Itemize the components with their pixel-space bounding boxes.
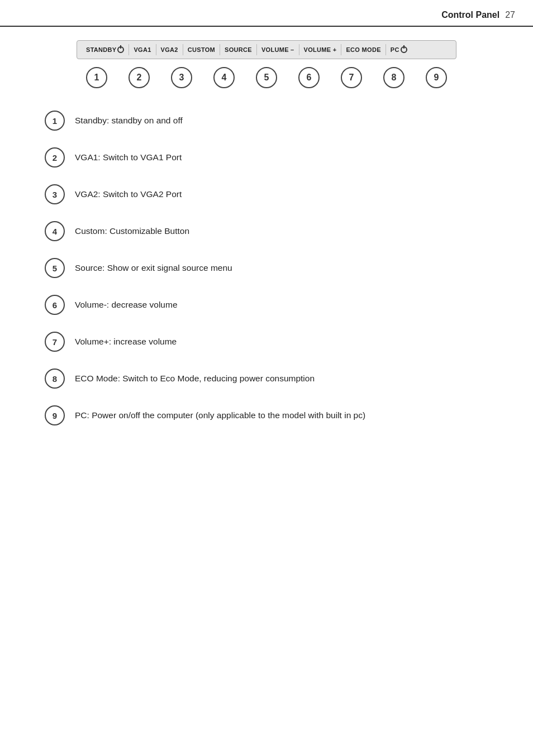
list-text-5: Source: Show or exit signal source menu (75, 262, 232, 274)
control-button-standby: STANDBY (82, 44, 129, 55)
list-circle-2: 2 (45, 147, 65, 168)
list-circle-1: 1 (45, 111, 65, 131)
control-button-eco-mode: ECO MODE (341, 44, 386, 55)
list-circle-8: 8 (45, 369, 65, 389)
button-strip: STANDBY VGA1VGA2CUSTOMSOURCEVOLUME –VOLU… (77, 40, 456, 59)
list-text-4: Custom: Customizable Button (75, 225, 189, 237)
list-text-2: VGA1: Switch to VGA1 Port (75, 151, 182, 164)
list-circle-9: 9 (45, 405, 65, 425)
list-item-4: 4Custom: Customizable Button (45, 221, 488, 241)
page-number: 27 (505, 10, 515, 20)
list-circle-6: 6 (45, 295, 65, 315)
list-item-8: 8ECO Mode: Switch to Eco Mode, reducing … (45, 369, 488, 389)
list-text-3: VGA2: Switch to VGA2 Port (75, 188, 182, 200)
list-item-9: 9PC: Power on/off the computer (only app… (45, 405, 488, 425)
control-button-vga2: VGA2 (156, 44, 183, 55)
list-item-1: 1Standby: standby on and off (45, 111, 488, 131)
header-title: Control Panel (441, 10, 499, 20)
circle-number-6: 6 (298, 67, 320, 88)
circle-number-3: 3 (171, 67, 192, 88)
list-text-6: Volume-: decrease volume (75, 299, 178, 311)
control-button-pc: PC (386, 44, 412, 55)
control-button-custom: CUSTOM (183, 44, 220, 55)
list-item-3: 3VGA2: Switch to VGA2 Port (45, 184, 488, 204)
circle-number-8: 8 (383, 67, 404, 88)
list-item-5: 5Source: Show or exit signal source menu (45, 258, 488, 278)
list-text-1: Standby: standby on and off (75, 114, 183, 127)
list-text-7: Volume+: increase volume (75, 336, 177, 348)
list-circle-4: 4 (45, 221, 65, 241)
list-item-7: 7Volume+: increase volume (45, 332, 488, 352)
list-circle-3: 3 (45, 184, 65, 204)
list-circle-5: 5 (45, 258, 65, 278)
control-panel-diagram: STANDBY VGA1VGA2CUSTOMSOURCEVOLUME –VOLU… (45, 40, 488, 88)
list-text-8: ECO Mode: Switch to Eco Mode, reducing p… (75, 372, 315, 385)
circle-number-1: 1 (86, 67, 107, 88)
control-button-volume-plus: VOLUME + (299, 44, 342, 55)
circle-number-7: 7 (341, 67, 362, 88)
page-header: Control Panel 27 (0, 0, 533, 27)
list-item-2: 2VGA1: Switch to VGA1 Port (45, 147, 488, 168)
circle-number-9: 9 (426, 67, 447, 88)
list-circle-7: 7 (45, 332, 65, 352)
control-button-volume-minus: VOLUME – (257, 44, 299, 55)
circle-number-2: 2 (129, 67, 150, 88)
circle-number-5: 5 (256, 67, 277, 88)
list-text-9: PC: Power on/off the computer (only appl… (75, 409, 365, 422)
circle-number-4: 4 (213, 67, 235, 88)
control-button-source: SOURCE (220, 44, 257, 55)
control-button-vga1: VGA1 (129, 44, 156, 55)
description-list: 1Standby: standby on and off2VGA1: Switc… (45, 111, 488, 425)
numbered-circles-row: 123456789 (77, 67, 456, 88)
list-item-6: 6Volume-: decrease volume (45, 295, 488, 315)
